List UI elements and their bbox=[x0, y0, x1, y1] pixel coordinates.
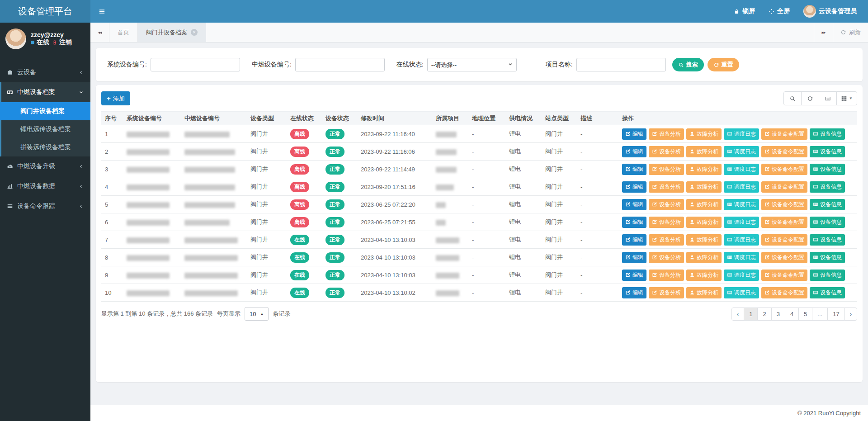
device-command-config-button[interactable]: 设备命令配置 bbox=[761, 234, 807, 246]
device-info-button[interactable]: 设备信息 bbox=[810, 199, 845, 210]
device-info-button[interactable]: 设备信息 bbox=[810, 252, 845, 263]
device-command-config-button[interactable]: 设备命令配置 bbox=[761, 164, 807, 175]
fault-analysis-button[interactable]: 故障分析 bbox=[686, 234, 722, 246]
device-command-config-button[interactable]: 设备命令配置 bbox=[761, 270, 807, 281]
page-4-link[interactable]: 4 bbox=[785, 307, 799, 321]
tabs-scroll-right-button[interactable]: ▸▸ bbox=[814, 23, 833, 42]
device-analysis-button[interactable]: 设备分析 bbox=[649, 287, 684, 298]
edit-button[interactable]: 编辑 bbox=[622, 199, 646, 210]
page-size-select[interactable]: 10 ▲ bbox=[245, 307, 269, 321]
add-button[interactable]: + 添加 bbox=[101, 91, 130, 105]
page-next-link[interactable]: › bbox=[844, 307, 857, 321]
edit-button[interactable]: 编辑 bbox=[622, 217, 646, 228]
edit-button[interactable]: 编辑 bbox=[622, 252, 646, 263]
refresh-tab-button[interactable]: 刷新 bbox=[833, 23, 868, 42]
device-info-button[interactable]: 设备信息 bbox=[810, 287, 845, 298]
tabs-scroll-left-button[interactable]: ◂◂ bbox=[90, 23, 109, 42]
fullscreen-button[interactable]: 全屏 bbox=[762, 0, 797, 23]
dispatch-log-button[interactable]: 调度日志 bbox=[724, 234, 759, 246]
fault-analysis-button[interactable]: 故障分析 bbox=[686, 199, 722, 210]
dispatch-log-button[interactable]: 调度日志 bbox=[724, 146, 759, 157]
toggle-columns-button[interactable]: ▼ bbox=[836, 91, 857, 105]
sidebar-subitem-assembled-remote-archive[interactable]: 拼装远传设备档案 bbox=[1, 138, 90, 156]
edit-button[interactable]: 编辑 bbox=[622, 270, 646, 281]
sidebar-item-zr-device-data[interactable]: 中燃设备数据 bbox=[0, 176, 90, 196]
device-info-button[interactable]: 设备信息 bbox=[810, 128, 845, 140]
reset-button[interactable]: 重置 bbox=[708, 58, 739, 71]
fault-analysis-button[interactable]: 故障分析 bbox=[686, 164, 722, 175]
fault-analysis-button[interactable]: 故障分析 bbox=[686, 217, 722, 228]
tab-close-icon[interactable]: × bbox=[191, 29, 198, 36]
dispatch-log-button[interactable]: 调度日志 bbox=[724, 199, 759, 210]
online-status-link[interactable]: 在线 bbox=[37, 38, 49, 47]
device-command-config-button[interactable]: 设备命令配置 bbox=[761, 252, 807, 263]
page-2-link[interactable]: 2 bbox=[757, 307, 771, 321]
page-1-link[interactable]: 1 bbox=[744, 307, 758, 321]
device-analysis-button[interactable]: 设备分析 bbox=[649, 234, 684, 246]
device-analysis-button[interactable]: 设备分析 bbox=[649, 164, 684, 175]
fault-analysis-button[interactable]: 故障分析 bbox=[686, 252, 722, 263]
device-analysis-button[interactable]: 设备分析 bbox=[649, 128, 684, 140]
device-info-button[interactable]: 设备信息 bbox=[810, 164, 845, 175]
dispatch-log-button[interactable]: 调度日志 bbox=[724, 252, 759, 263]
sidebar-toggle-button[interactable] bbox=[90, 0, 113, 23]
device-analysis-button[interactable]: 设备分析 bbox=[649, 252, 684, 263]
tab-home[interactable]: 首页 bbox=[109, 23, 138, 42]
dispatch-log-button[interactable]: 调度日志 bbox=[724, 217, 759, 228]
dispatch-log-button[interactable]: 调度日志 bbox=[724, 181, 759, 193]
edit-button[interactable]: 编辑 bbox=[622, 128, 646, 140]
edit-button[interactable]: 编辑 bbox=[622, 181, 646, 193]
sidebar-subitem-valve-well-archive[interactable]: 阀门井设备档案 bbox=[0, 102, 90, 120]
sidebar-item-cloud-device[interactable]: 云设备 bbox=[0, 62, 90, 82]
dispatch-log-button[interactable]: 调度日志 bbox=[724, 128, 759, 140]
fault-analysis-button[interactable]: 故障分析 bbox=[686, 128, 722, 140]
app-logo[interactable]: 设备管理平台 bbox=[0, 0, 90, 23]
table-search-button[interactable] bbox=[783, 91, 802, 105]
device-command-config-button[interactable]: 设备命令配置 bbox=[761, 146, 807, 157]
logout-link[interactable]: 注销 bbox=[59, 38, 72, 47]
online-status-select[interactable]: --请选择-- bbox=[427, 58, 517, 71]
edit-button[interactable]: 编辑 bbox=[622, 164, 646, 175]
zr-device-no-input[interactable] bbox=[295, 58, 385, 71]
sidebar-subitem-lithium-remote-archive[interactable]: 锂电远传设备档案 bbox=[1, 120, 90, 138]
user-menu[interactable]: 云设备管理员 bbox=[797, 0, 863, 23]
page-prev-link[interactable]: ‹ bbox=[731, 307, 744, 321]
lock-screen-button[interactable]: 锁屏 bbox=[727, 0, 762, 23]
device-command-config-button[interactable]: 设备命令配置 bbox=[761, 199, 807, 210]
device-info-button[interactable]: 设备信息 bbox=[810, 234, 845, 246]
device-analysis-button[interactable]: 设备分析 bbox=[649, 199, 684, 210]
device-command-config-button[interactable]: 设备命令配置 bbox=[761, 287, 807, 298]
detail-view-button[interactable] bbox=[819, 91, 837, 105]
fault-analysis-button[interactable]: 故障分析 bbox=[686, 287, 722, 298]
page-3-link[interactable]: 3 bbox=[771, 307, 785, 321]
device-command-config-button[interactable]: 设备命令配置 bbox=[761, 128, 807, 140]
dispatch-log-button[interactable]: 调度日志 bbox=[724, 164, 759, 175]
dispatch-log-button[interactable]: 调度日志 bbox=[724, 287, 759, 298]
device-analysis-button[interactable]: 设备分析 bbox=[649, 181, 684, 193]
table-refresh-button[interactable] bbox=[801, 91, 819, 105]
device-analysis-button[interactable]: 设备分析 bbox=[649, 146, 684, 157]
system-device-no-input[interactable] bbox=[151, 58, 240, 71]
edit-button[interactable]: 编辑 bbox=[622, 234, 646, 246]
tab-valve-well-archive[interactable]: 阀门井设备档案× bbox=[138, 23, 206, 42]
device-info-button[interactable]: 设备信息 bbox=[810, 217, 845, 228]
fault-analysis-button[interactable]: 故障分析 bbox=[686, 270, 722, 281]
device-command-config-button[interactable]: 设备命令配置 bbox=[761, 217, 807, 228]
device-info-button[interactable]: 设备信息 bbox=[810, 270, 845, 281]
device-analysis-button[interactable]: 设备分析 bbox=[649, 217, 684, 228]
project-name-input[interactable] bbox=[576, 58, 666, 71]
edit-button[interactable]: 编辑 bbox=[622, 287, 646, 298]
page-17-link[interactable]: 17 bbox=[827, 307, 844, 321]
page-5-link[interactable]: 5 bbox=[798, 307, 812, 321]
search-button[interactable]: 搜索 bbox=[672, 58, 704, 71]
sidebar-item-device-command-tracking[interactable]: 设备命令跟踪 bbox=[0, 196, 90, 216]
edit-button[interactable]: 编辑 bbox=[622, 146, 646, 157]
device-command-config-button[interactable]: 设备命令配置 bbox=[761, 181, 807, 193]
fault-analysis-button[interactable]: 故障分析 bbox=[686, 146, 722, 157]
page-ellipsis-link[interactable]: ... bbox=[812, 307, 828, 321]
sidebar-item-zr-device-archive[interactable]: 中燃设备档案 bbox=[1, 82, 90, 102]
fault-analysis-button[interactable]: 故障分析 bbox=[686, 181, 722, 193]
device-analysis-button[interactable]: 设备分析 bbox=[649, 270, 684, 281]
sidebar-item-zr-device-upgrade[interactable]: 中燃设备升级 bbox=[0, 156, 90, 176]
device-info-button[interactable]: 设备信息 bbox=[810, 146, 845, 157]
